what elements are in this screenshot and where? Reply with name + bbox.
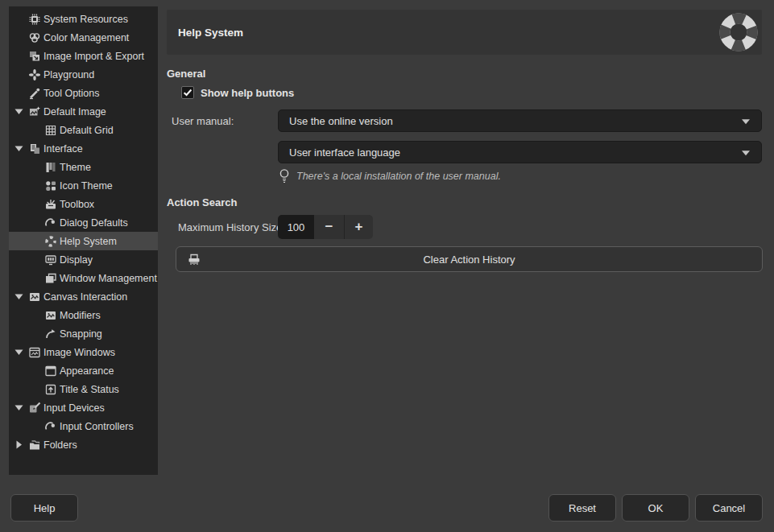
sidebar-item-label: Theme	[60, 162, 91, 173]
cancel-button[interactable]: Cancel	[695, 494, 763, 522]
triangle-down-icon[interactable]	[14, 143, 24, 154]
chevron-down-icon	[741, 150, 751, 156]
sidebar-item-label: Snapping	[60, 328, 102, 340]
manual-tip-text: There's a local installation of the user…	[296, 171, 501, 182]
manual-tip-row: There's a local installation of the user…	[279, 168, 501, 184]
system-resources-icon	[28, 13, 41, 26]
action-search-section-label: Action Search	[167, 196, 237, 208]
sidebar-item-label: Toolbox	[60, 199, 94, 210]
default-grid-icon	[44, 124, 57, 137]
theme-icon	[44, 161, 57, 174]
triangle-down-icon[interactable]	[14, 347, 24, 357]
sidebar-item-label: Canvas Interaction	[43, 291, 127, 303]
sidebar-item-default-image[interactable]: Default Image	[9, 102, 158, 121]
page-title: Help System	[178, 27, 243, 39]
sidebar-item-label: Input Controllers	[60, 421, 134, 432]
sidebar-item-appearance[interactable]: Appearance	[9, 361, 158, 380]
window-management-icon	[44, 272, 57, 285]
title-status-icon	[44, 383, 57, 396]
sidebar-item-system-resources[interactable]: System Resources	[9, 10, 158, 28]
show-help-buttons-checkbox[interactable]	[181, 86, 194, 99]
default-image-icon	[28, 105, 41, 118]
decrement-button[interactable]: −	[314, 215, 344, 239]
playground-icon	[28, 68, 41, 81]
sidebar-item-label: Icon Theme	[60, 180, 113, 192]
chevron-down-icon	[741, 118, 751, 125]
sidebar-item-label: Tool Options	[43, 88, 99, 99]
triangle-right-icon[interactable]	[14, 439, 24, 450]
image-import-export-icon	[28, 50, 41, 63]
snapping-icon	[44, 328, 57, 340]
manual-language-select[interactable]: User interface language	[278, 141, 762, 163]
sidebar-item-label: Window Management	[60, 273, 157, 284]
max-history-size-input[interactable]: 100	[278, 215, 314, 239]
sidebar-item-default-grid[interactable]: Default Grid	[9, 121, 158, 139]
color-management-icon	[28, 31, 41, 44]
sidebar-item-tool-options[interactable]: Tool Options	[9, 84, 158, 102]
triangle-down-icon[interactable]	[14, 402, 24, 413]
manual-language-selected-value: User interface language	[289, 146, 400, 159]
sidebar-item-label: Dialog Defaults	[60, 217, 128, 229]
sidebar-item-label: Folders	[43, 439, 77, 451]
sidebar-item-input-controllers[interactable]: Input Controllers	[9, 417, 158, 435]
preferences-category-tree: System ResourcesColor ManagementImage Im…	[9, 6, 158, 475]
help-button[interactable]: Help	[10, 494, 78, 522]
tool-options-icon	[28, 87, 41, 100]
dialog-defaults-icon	[44, 217, 57, 229]
interface-icon	[28, 142, 41, 155]
sidebar-item-window-management[interactable]: Window Management	[9, 269, 158, 287]
show-help-buttons-row[interactable]: Show help buttons	[181, 86, 294, 99]
help-system-icon	[44, 235, 57, 248]
sidebar-item-label: Interface	[43, 143, 83, 155]
sidebar-item-theme[interactable]: Theme	[9, 158, 158, 176]
sidebar-item-label: Image Windows	[43, 347, 115, 358]
appearance-icon	[44, 365, 57, 377]
sidebar-item-dialog-defaults[interactable]: Dialog Defaults	[9, 213, 158, 232]
sidebar-item-image-import-export[interactable]: Image Import & Export	[9, 47, 158, 65]
sidebar-item-label: Playground	[43, 69, 94, 80]
life-ring-icon	[718, 12, 759, 52]
sidebar-item-label: Title & Status	[60, 384, 119, 395]
sidebar-item-label: Modifiers	[60, 310, 101, 321]
sidebar-item-image-windows[interactable]: Image Windows	[9, 343, 158, 361]
sidebar-item-label: Color Management	[43, 32, 129, 43]
sidebar-item-label: Help System	[60, 236, 117, 247]
user-manual-label: User manual:	[172, 115, 234, 127]
icon-theme-icon	[44, 179, 57, 192]
sidebar-item-label: Image Import & Export	[43, 51, 144, 62]
sidebar-item-label: Display	[60, 254, 93, 266]
sidebar-item-toolbox[interactable]: Toolbox	[9, 195, 158, 213]
sidebar-item-label: System Resources	[43, 14, 128, 25]
canvas-interaction-icon	[28, 291, 41, 303]
sidebar-item-snapping[interactable]: Snapping	[9, 324, 158, 343]
sidebar-item-interface[interactable]: Interface	[9, 139, 158, 158]
sidebar-item-display[interactable]: Display	[9, 250, 158, 269]
toolbox-icon	[44, 198, 57, 211]
sidebar-item-title-status[interactable]: Title & Status	[9, 380, 158, 398]
sidebar-item-color-management[interactable]: Color Management	[9, 28, 158, 47]
user-manual-select[interactable]: Use the online version	[278, 109, 762, 132]
image-windows-icon	[28, 346, 41, 359]
sidebar-item-modifiers[interactable]: Modifiers	[9, 306, 158, 324]
triangle-down-icon[interactable]	[14, 291, 24, 302]
input-controllers-icon	[44, 420, 57, 433]
sidebar-item-playground[interactable]: Playground	[9, 65, 158, 84]
triangle-down-icon[interactable]	[14, 106, 24, 117]
sidebar-item-label: Default Image	[43, 106, 106, 118]
sidebar-item-icon-theme[interactable]: Icon Theme	[9, 176, 158, 195]
max-history-size-spinner: 100 − +	[278, 215, 373, 239]
clear-action-history-button[interactable]: Clear Action History	[176, 246, 763, 272]
sidebar-item-label: Input Devices	[43, 402, 105, 414]
input-devices-icon	[28, 402, 41, 414]
sidebar-item-folders[interactable]: Folders	[9, 435, 158, 454]
sidebar-item-input-devices[interactable]: Input Devices	[9, 398, 158, 417]
sidebar-item-canvas-interaction[interactable]: Canvas Interaction	[9, 287, 158, 306]
sidebar-item-label: Default Grid	[60, 125, 114, 136]
ok-button[interactable]: OK	[622, 494, 689, 522]
checkmark-icon	[182, 87, 193, 98]
show-help-buttons-label: Show help buttons	[201, 87, 294, 99]
increment-button[interactable]: +	[344, 215, 373, 239]
sidebar-item-help-system[interactable]: Help System	[9, 232, 158, 250]
general-section-label: General	[167, 68, 205, 80]
reset-button[interactable]: Reset	[548, 494, 616, 522]
